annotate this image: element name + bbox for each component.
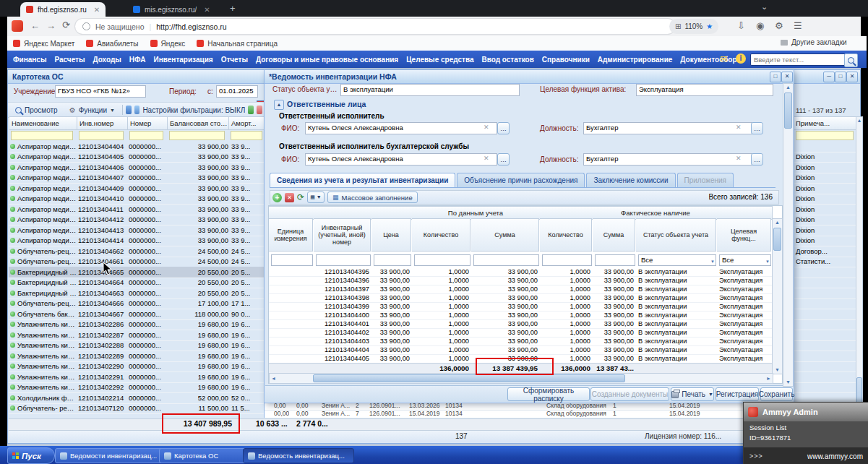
note-column-header[interactable]: Примеча...	[794, 116, 859, 130]
cell-note[interactable]	[794, 309, 856, 320]
menu-item-6[interactable]: Отчеты	[221, 56, 248, 64]
table-row[interactable]: Аспиратор медицинск...121013404405000000…	[9, 152, 267, 163]
cell-note[interactable]: Dixion	[794, 194, 856, 205]
scroll-thumb[interactable]	[313, 374, 625, 382]
maximize-button[interactable]: □	[770, 72, 781, 82]
table-row[interactable]: Бактерицидный облуч...121013404665000000…	[9, 267, 267, 278]
filter-input[interactable]	[542, 254, 592, 266]
cell-note[interactable]: Dixion	[794, 215, 856, 226]
app-search-button[interactable]	[844, 53, 858, 67]
cell-note[interactable]	[794, 330, 856, 341]
table-row[interactable]: Увлажнитель кислоро...121013402286000000…	[9, 319, 267, 331]
refresh-icon[interactable]: ⟳	[297, 192, 304, 202]
tab-2[interactable]: Объяснение причин расхождения	[457, 173, 585, 187]
text-tool-icon[interactable]	[134, 106, 140, 114]
back-icon[interactable]: ←	[30, 20, 40, 31]
tab-3[interactable]: Заключение комиссии	[586, 173, 675, 187]
menu-item-5[interactable]: Инвентаризация	[154, 56, 213, 64]
lookup-button[interactable]: …	[751, 122, 763, 134]
table-row[interactable]: Аспиратор медицинск...121013404409000000…	[9, 183, 267, 194]
tab-close-icon[interactable]: ✕	[94, 6, 100, 14]
table-row[interactable]: Аспиратор медицинск...121013404412000000…	[9, 215, 267, 226]
cell-note[interactable]: Договор...	[794, 246, 856, 257]
column-header[interactable]: Сумма	[471, 218, 539, 252]
task-button-2[interactable]: Картотека ОС	[159, 448, 250, 463]
close-button[interactable]: ✕	[846, 72, 858, 82]
cell-note[interactable]	[794, 361, 856, 373]
ammyy-expander[interactable]: >>>	[749, 452, 763, 460]
table-row[interactable]: Облучатель-рециркул...121013404666000000…	[9, 298, 267, 310]
filter-input[interactable]	[169, 131, 225, 140]
table-row[interactable]: Увлажнитель кислоро...121013402287000000…	[9, 330, 267, 341]
clear-icon[interactable]: ✕	[736, 155, 742, 162]
cell-note[interactable]	[794, 371, 856, 383]
bookmark-item[interactable]: Начальная страница	[197, 40, 278, 48]
position-field[interactable]: Бухгалтер	[583, 153, 752, 166]
filter-input[interactable]	[316, 254, 371, 266]
delete-row-icon[interactable]: ✕	[285, 193, 294, 202]
browser-tab-active[interactable]: fhd.egisznso.ru ✕	[20, 2, 106, 17]
browser-menu-icon[interactable]: ☰	[794, 20, 802, 31]
cell-note[interactable]	[794, 319, 856, 331]
other-bookmarks[interactable]: Другие закладки	[781, 38, 847, 46]
tab-1[interactable]: Сведения из учета и результат инвентариз…	[270, 173, 455, 187]
fio-field[interactable]: Кутень Олеся Александровна	[305, 122, 497, 134]
url-field[interactable]: Не защищено | http://fhd.egisznso.ru	[75, 19, 675, 34]
column-header[interactable]: Целевая функц...	[717, 218, 771, 252]
bookmark-item[interactable]: Яндекс	[150, 40, 186, 48]
grid-tool-icon[interactable]	[126, 106, 132, 114]
menu-item-8[interactable]: Целевые средства	[406, 56, 473, 64]
menu-item-2[interactable]: Расчеты	[54, 56, 85, 64]
table-row[interactable]: Облучатель бактериц...121013404667000000…	[9, 309, 267, 320]
position-field[interactable]: Бухгалтер	[583, 122, 752, 134]
filter-input[interactable]	[595, 254, 635, 266]
column-header[interactable]: Наименование	[9, 116, 77, 130]
scroll-thumb[interactable]	[773, 228, 781, 251]
table-row[interactable]: Аспиратор медицинск...121013404406000000…	[9, 162, 267, 173]
column-header[interactable]: Балансовая стоим...	[168, 116, 229, 130]
table-row[interactable]: Увлажнитель кислоро...121013402291000000…	[9, 371, 267, 383]
column-header[interactable]: Сумма	[593, 218, 635, 252]
note-filter-input[interactable]	[796, 131, 854, 140]
cell-note[interactable]	[794, 267, 856, 278]
filter-input[interactable]	[129, 131, 163, 140]
profile-icon[interactable]: ◉	[756, 20, 764, 31]
menu-item-11[interactable]: Администрирование	[598, 56, 673, 64]
fio-field[interactable]: Кутень Олеся Александровна	[305, 153, 497, 166]
column-header[interactable]: Аморт...	[229, 116, 267, 130]
table-row[interactable]: Облучатель-рециркул...121013404662000000…	[9, 246, 267, 257]
scroll-thumb[interactable]	[784, 93, 792, 129]
minimize-button[interactable]: ─	[823, 72, 835, 82]
view-button[interactable]: Просмотр	[11, 104, 62, 116]
menu-item-9[interactable]: Ввод остатков	[481, 56, 533, 64]
scroll-down-icon[interactable]: ▼	[783, 379, 793, 386]
site-info-icon[interactable]	[82, 22, 90, 30]
lookup-button[interactable]: …	[497, 122, 510, 134]
reader-icon[interactable]: ⊞	[675, 22, 681, 30]
column-header[interactable]: Количество	[412, 218, 470, 252]
created-docs-button[interactable]: Созданные документы	[590, 387, 669, 401]
table-row[interactable]: Аспиратор медицинск...121013404404000000…	[9, 141, 267, 152]
cell-note[interactable]	[794, 298, 856, 310]
cell-note[interactable]: Dixion	[794, 183, 856, 194]
cell-note[interactable]: Dixion	[794, 204, 856, 215]
table-row[interactable]: Аспиратор медицинск...121013404413000000…	[9, 225, 267, 236]
filter-input[interactable]	[374, 254, 411, 266]
form-receipt-button[interactable]: Сформировать расписку	[507, 387, 590, 401]
color-tool-icon[interactable]	[257, 106, 262, 114]
cell-note[interactable]	[794, 351, 856, 362]
mass-fill-button[interactable]: ▦Массовое заполнение	[327, 192, 418, 203]
start-button[interactable]: Пуск	[7, 447, 55, 464]
filter-settings-label[interactable]: Настройки фильтрации: ВЫКЛ	[142, 106, 245, 114]
tab-search-chevron-icon[interactable]: ⌄	[761, 2, 768, 12]
table-row[interactable]: Облучатель-рециркул...121013404661000000…	[9, 257, 267, 268]
table-row[interactable]: Увлажнитель кислоро...121013402290000000…	[9, 361, 267, 373]
table-row[interactable]: Аспиратор медицинск...121013404414000000…	[9, 236, 267, 247]
column-header[interactable]: Количество	[540, 218, 592, 252]
cell-note[interactable]: Dixion	[794, 173, 856, 184]
excel-export-icon[interactable]	[248, 106, 254, 114]
table-row[interactable]: Холодильник фармац...1210134022140000000…	[9, 392, 267, 404]
collapse-toggle-icon[interactable]: ▲	[274, 100, 284, 110]
menu-item-7[interactable]: Договоры и иные правовые основания	[256, 56, 398, 64]
browser-logo-icon[interactable]	[12, 20, 23, 32]
